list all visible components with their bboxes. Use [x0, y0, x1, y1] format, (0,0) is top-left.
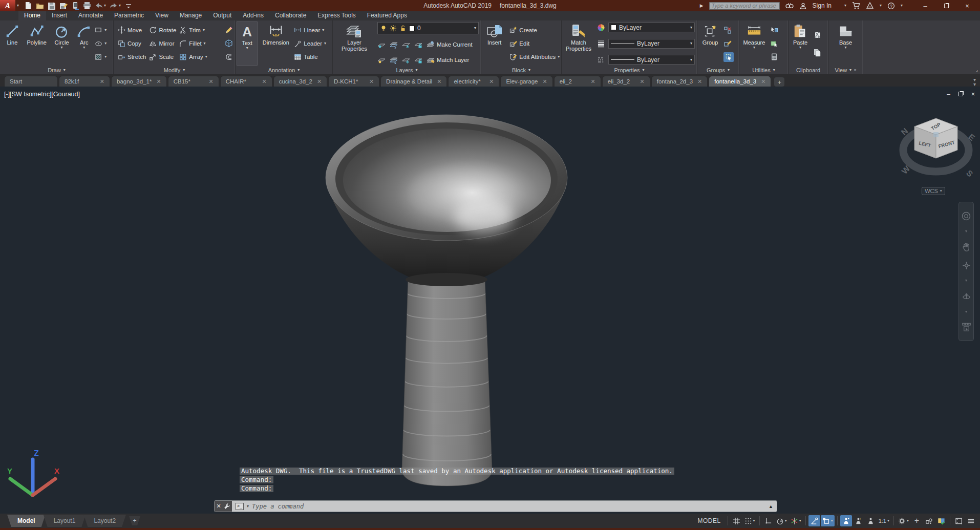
close-tab-icon[interactable]: ✕: [369, 78, 374, 85]
object-snap-toggle[interactable]: ▾: [821, 515, 835, 526]
file-tab[interactable]: Drainage & Detail✕: [380, 76, 447, 87]
polar-tracking-toggle[interactable]: ▾: [775, 515, 789, 526]
layer-lock-icon[interactable]: [399, 25, 407, 32]
search-expand-arrow[interactable]: ▶: [700, 3, 704, 8]
close-tab-icon[interactable]: ✕: [208, 78, 213, 85]
command-line-bar[interactable]: ✕ >_ ▾ Type a command ▲: [214, 500, 777, 512]
clean-screen-toggle[interactable]: [953, 515, 965, 526]
create-block-button[interactable]: Create: [509, 25, 560, 35]
layout1-tab[interactable]: Layout1: [44, 515, 86, 527]
file-tab[interactable]: bagno_3d_1*✕: [111, 76, 167, 87]
fillet-button[interactable]: Fillet▾: [179, 39, 207, 49]
close-tab-icon[interactable]: ✕: [100, 78, 104, 85]
erase-button[interactable]: [225, 25, 233, 35]
tab-view[interactable]: View: [150, 11, 174, 20]
annotation-scale-icon[interactable]: [865, 515, 877, 526]
panel-label-layers[interactable]: Layers▾: [333, 66, 481, 74]
viewport-restore-icon[interactable]: [958, 91, 963, 98]
grid-toggle[interactable]: [731, 515, 742, 526]
tab-featured-apps[interactable]: Featured Apps: [361, 11, 413, 20]
ungroup-button[interactable]: [723, 25, 737, 35]
save-button[interactable]: [48, 2, 56, 10]
tab-home[interactable]: Home: [18, 11, 46, 20]
table-button[interactable]: Table: [294, 52, 331, 62]
layer-select-dropdown[interactable]: 0 ▾: [377, 22, 479, 34]
file-tab[interactable]: electricity*✕: [448, 76, 499, 87]
app-store-caret[interactable]: ▾: [880, 4, 882, 8]
tab-overflow-chevron[interactable]: ▾▾: [973, 77, 976, 87]
move-button[interactable]: Move: [118, 25, 146, 35]
make-current-button[interactable]: Make Current: [427, 40, 473, 50]
close-tab-icon[interactable]: ✕: [489, 78, 494, 85]
explode-button[interactable]: [225, 39, 233, 49]
measure-button[interactable]: Measure ▾: [740, 22, 768, 66]
layer-dropdown-caret[interactable]: ▾: [474, 26, 476, 30]
tab-insert[interactable]: Insert: [46, 11, 73, 20]
showmotion-icon[interactable]: [962, 322, 971, 332]
new-layout-button[interactable]: +: [129, 516, 140, 525]
tab-collaborate[interactable]: Collaborate: [269, 11, 312, 20]
annotation-scale-value[interactable]: 1:1▾: [877, 515, 891, 526]
user-icon[interactable]: [799, 2, 807, 10]
layer-lock-button[interactable]: [414, 40, 422, 49]
group-edit-button[interactable]: [723, 39, 737, 49]
layer-freeze-button[interactable]: [402, 40, 410, 49]
lineweight-dropdown[interactable]: ByLayer▾: [608, 39, 695, 49]
linear-button[interactable]: Linear▾: [294, 25, 331, 35]
tab-manage[interactable]: Manage: [174, 11, 207, 20]
panel-label-properties[interactable]: Properties▾⌟: [562, 66, 697, 74]
pan-icon[interactable]: [962, 242, 971, 252]
panel-label-modify[interactable]: Modify▾: [114, 66, 235, 74]
save-as-button[interactable]: [59, 2, 68, 10]
undo-button[interactable]: ▾: [95, 2, 106, 10]
paste-button[interactable]: Paste ▾: [790, 22, 811, 66]
circle-button[interactable]: Circle ▾: [50, 22, 74, 66]
isolate-objects-toggle[interactable]: [923, 515, 935, 526]
edit-attributes-button[interactable]: Edit Attributes▾: [509, 52, 560, 62]
quick-calculator-button[interactable]: [770, 52, 783, 62]
layer-on-icon[interactable]: [380, 25, 387, 32]
rotate-button[interactable]: Rotate: [149, 25, 176, 35]
text-button[interactable]: A Text ▾: [237, 22, 258, 66]
file-tab[interactable]: CHAIR*✕: [220, 76, 272, 87]
close-tab-icon[interactable]: ✕: [156, 78, 161, 85]
navigation-bar[interactable]: ▾ ▾ ▾: [958, 202, 974, 341]
help-icon[interactable]: [887, 2, 895, 10]
ortho-toggle[interactable]: [762, 515, 774, 526]
edit-block-button[interactable]: Edit: [509, 39, 560, 49]
command-close-icon[interactable]: ✕: [216, 503, 221, 510]
group-selection-toggle[interactable]: [723, 52, 734, 62]
file-tab[interactable]: fontana_2d_3✕: [651, 76, 708, 87]
arc-button[interactable]: Arc ▾: [73, 22, 95, 66]
dimension-button[interactable]: Dimension: [260, 22, 292, 66]
file-tab[interactable]: eli_2✕: [554, 76, 601, 87]
layer-color-swatch[interactable]: [409, 26, 415, 31]
command-prompt-icon[interactable]: >_: [236, 503, 244, 510]
properties-expander-icon[interactable]: ⌟: [976, 68, 978, 72]
file-tab[interactable]: cucina_3d_2✕: [273, 76, 327, 87]
autocad-logo[interactable]: A: [0, 0, 15, 11]
close-tab-icon[interactable]: ✕: [640, 78, 644, 85]
close-tab-icon[interactable]: ✕: [761, 78, 765, 85]
layer-isolate-button[interactable]: [390, 40, 398, 49]
file-tab[interactable]: D-KCH1*✕: [328, 76, 379, 87]
close-button[interactable]: ×: [960, 2, 975, 10]
polyline-button[interactable]: Polyline: [24, 22, 50, 66]
close-tab-icon[interactable]: ✕: [262, 78, 266, 85]
close-tab-icon[interactable]: ✕: [317, 78, 322, 85]
layer-unisolate-button[interactable]: [390, 56, 398, 64]
line-button[interactable]: Line: [1, 22, 24, 66]
tab-parametric[interactable]: Parametric: [109, 11, 150, 20]
search-icon[interactable]: [785, 2, 794, 10]
search-input[interactable]: [709, 2, 780, 10]
cart-icon[interactable]: [852, 2, 860, 10]
workspace-switching-gear[interactable]: ▾: [897, 515, 910, 526]
annotation-monitor-plus[interactable]: +: [911, 515, 923, 526]
app-store-icon[interactable]: [866, 2, 874, 10]
model-space-toggle[interactable]: MODEL: [693, 515, 725, 526]
lineweight-icon[interactable]: [597, 39, 605, 48]
quick-select-button[interactable]: [770, 25, 783, 35]
viewcube[interactable]: N E W S TOP LEFT FRONT: [891, 94, 980, 196]
close-tab-icon[interactable]: ✕: [697, 78, 702, 85]
panel-label-draw[interactable]: Draw▾: [0, 66, 113, 74]
